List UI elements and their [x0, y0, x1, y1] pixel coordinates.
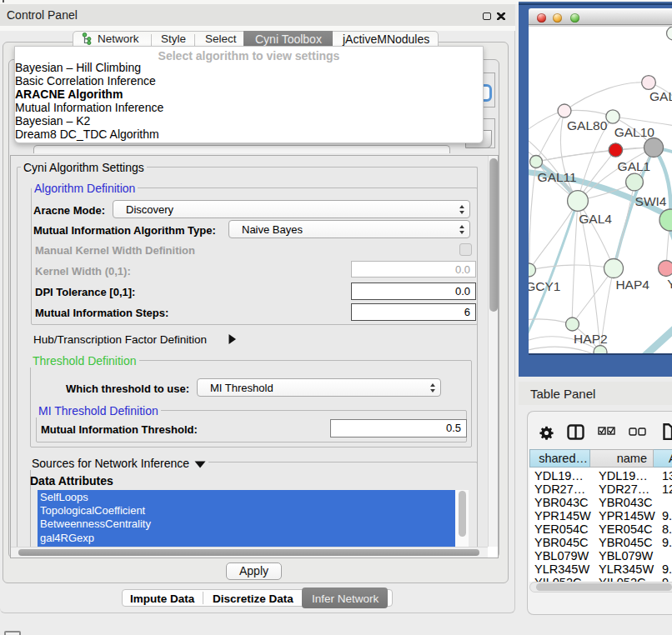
svg-text:HAP4: HAP4 [615, 278, 649, 292]
svg-text:Y: Y [667, 277, 672, 291]
svg-text:GAL10: GAL10 [614, 125, 655, 139]
svg-text:SWI4: SWI4 [635, 194, 667, 208]
svg-text:GAL80: GAL80 [567, 118, 608, 132]
svg-text:HAP2: HAP2 [574, 332, 608, 346]
svg-text:GAL7: GAL7 [649, 89, 672, 103]
svg-text:GCY1: GCY1 [529, 279, 560, 293]
svg-text:GAL4: GAL4 [579, 212, 612, 226]
svg-text:GAL1: GAL1 [618, 159, 651, 173]
svg-text:GAL11: GAL11 [538, 170, 577, 184]
